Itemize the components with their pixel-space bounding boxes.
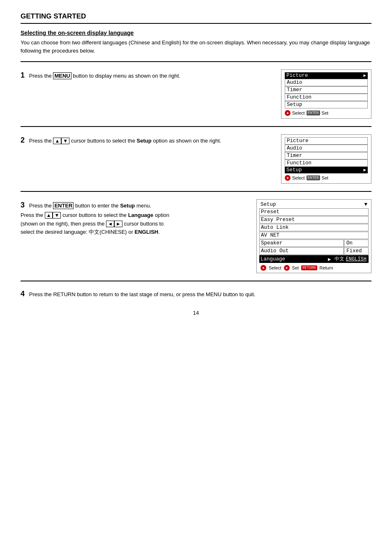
step-1-text: 1 Press the MENU button to display menu … (21, 69, 273, 81)
menu-item-setup-2: Setup (285, 167, 368, 173)
down-arrow-header: ▼ (364, 202, 367, 207)
enter-kbd-2: ENTER (307, 175, 320, 180)
right-btn-3: ► (114, 221, 122, 227)
audio-out-value: Fixed (344, 247, 369, 255)
menu-item-function: Function (285, 94, 368, 101)
select-label-3: Select (269, 265, 281, 270)
down-arrow-btn: ▼ (61, 138, 69, 144)
language-row: Language ▶ 中文 ENGLISH (259, 255, 369, 263)
set-label: Set (322, 111, 329, 115)
step-2-menu-items: Picture Audio Timer Function Setup (285, 137, 368, 173)
step-1-number: 1 (21, 71, 25, 79)
set-label-2: Set (322, 175, 329, 180)
menu-button-label: MENU (53, 72, 71, 79)
english-option: ENGLISH (134, 229, 158, 235)
step-3-block: 3 Press the ENTER button to enter the Se… (21, 191, 371, 281)
step-2-menu: Picture Audio Timer Function Setup ● Sel… (281, 134, 371, 184)
menu-button-label-4: MENU (206, 291, 221, 297)
select-icon: ● (285, 110, 291, 116)
step-4-block: 4 Press the RETURN button to return to t… (21, 281, 371, 302)
step-1-menu-footer: ● Select ENTER Set (285, 110, 368, 116)
page-number: 14 (21, 310, 371, 316)
menu-item-picture-2: Picture (285, 137, 368, 145)
lang-arrow-right: ▶ (328, 256, 331, 263)
menu-item-timer: Timer (285, 86, 368, 94)
up-btn-3: ▲ (45, 212, 53, 219)
setup-header-row: Setup ▼ (259, 201, 369, 208)
step-3-footer: ● Select ● Set RETURN Return (259, 265, 369, 271)
auto-link-row: Auto Link (259, 224, 369, 231)
menu-item-picture: Picture (285, 72, 368, 79)
menu-item-setup: Setup (285, 101, 368, 108)
chinese-option: 中文 (89, 229, 99, 235)
step-3-number: 3 (21, 201, 25, 209)
speaker-row: Speaker On (259, 240, 369, 247)
step-3-menu: Setup ▼ Preset Easy Preset Auto Link AV … (256, 199, 371, 273)
select-label-2: Select (292, 175, 305, 180)
step-1-block: 1 Press the MENU button to display menu … (21, 61, 371, 126)
setup-bold: Setup (136, 138, 151, 144)
speaker-value: On (344, 240, 369, 247)
step-1-menu-items: Picture Audio Timer Function Setup (285, 72, 368, 108)
enter-button-label: ENTER (53, 202, 74, 209)
up-arrow-btn: ▲ (53, 138, 61, 144)
set-icon-3: ● (284, 265, 290, 271)
enter-kbd: ENTER (307, 111, 320, 115)
arrow-right-icon-2 (363, 167, 366, 173)
step-1-menu: Picture Audio Timer Function Setup ● Sel… (281, 69, 371, 119)
av-net-row: AV NET (259, 232, 369, 239)
step-2-number: 2 (21, 136, 25, 144)
return-button-label: RETURN (53, 291, 75, 297)
preset-row: Preset (259, 208, 369, 216)
step-4-number: 4 (21, 290, 25, 298)
page-title: GETTING STARTED (21, 12, 371, 24)
step-3-text: 3 Press the ENTER button to enter the Se… (21, 199, 248, 237)
lang-chinese: 中文 (334, 256, 344, 263)
down-btn-3: ▼ (53, 212, 61, 219)
menu-item-audio: Audio (285, 79, 368, 86)
arrow-right-icon (363, 73, 366, 78)
step-2-menu-footer: ● Select ENTER Set (285, 175, 368, 181)
audio-out-row: Audio Out Fixed (259, 247, 369, 255)
section-heading: Selecting the on-screen display language (21, 30, 371, 36)
step-2-block: 2 Press the ▲▼ cursor buttons to select … (21, 126, 371, 191)
menu-item-audio-2: Audio (285, 145, 368, 152)
menu-item-timer-2: Timer (285, 152, 368, 159)
menu-item-function-2: Function (285, 159, 368, 167)
select-label: Select (292, 111, 305, 115)
easy-preset-row: Easy Preset (259, 216, 369, 223)
step-2-text: 2 Press the ▲▼ cursor buttons to select … (21, 134, 273, 146)
select-icon-3: ● (261, 265, 266, 271)
set-label-3: Set (292, 265, 299, 270)
language-bold: Language (128, 212, 153, 218)
return-kbd: RETURN (301, 265, 317, 270)
left-btn-3: ◄ (106, 221, 114, 227)
lang-english: ENGLISH (346, 256, 367, 262)
setup-bold-3: Setup (120, 203, 135, 209)
intro-text: You can choose from two different langua… (21, 39, 371, 55)
return-label: Return (320, 265, 333, 270)
select-icon-2: ● (285, 175, 291, 181)
setup-header-label: Setup (261, 202, 276, 207)
